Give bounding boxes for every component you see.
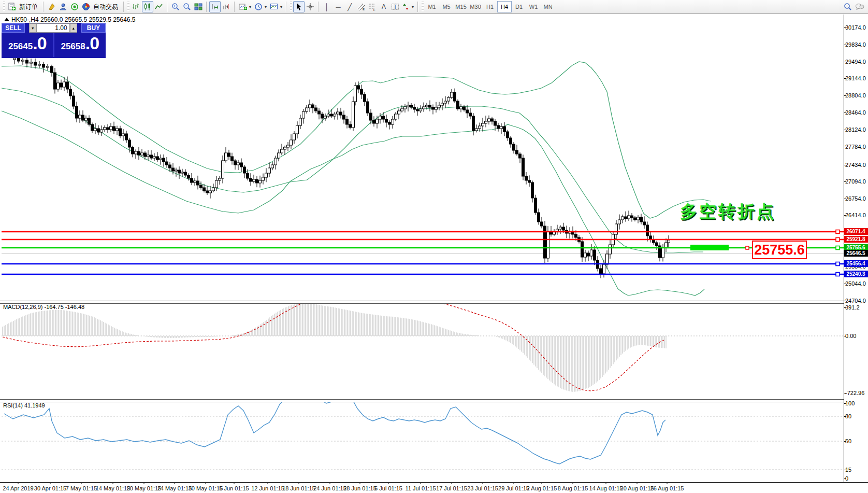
mt4-terminal: { "toolbar": { "new_order": "新订单", "auto… (0, 0, 868, 493)
price-line-label: 25646.5 (844, 250, 868, 257)
bar-chart-button[interactable] (131, 1, 142, 12)
new-order-button[interactable]: 新订单 (6, 1, 41, 12)
price-axis-label: 27434.0 (845, 162, 868, 168)
price-line-label: 26071.4 (844, 228, 868, 235)
price-axis-label: 26414.0 (845, 212, 868, 218)
timeframe-button-D1[interactable]: D1 (512, 1, 526, 12)
volume-increment-button[interactable]: ▲ (70, 23, 77, 33)
chart-collapse-icon[interactable] (4, 18, 9, 21)
toolbar-grip[interactable] (290, 2, 292, 12)
volume-decrement-button[interactable]: ▼ (29, 23, 36, 33)
templates-button[interactable]: ▾ (268, 1, 284, 12)
dropdown-caret-icon: ▾ (265, 5, 267, 9)
macd-axis-label: 0.00 (845, 333, 868, 339)
toolbar-grip[interactable] (3, 2, 5, 12)
auto-scroll-button[interactable] (209, 1, 221, 12)
search-button[interactable] (842, 1, 853, 12)
chart-annotation-text[interactable]: 多空转折点 (680, 200, 776, 223)
toolbar-grip[interactable] (422, 2, 424, 12)
time-axis-border (0, 482, 868, 483)
rsi-panel-separator[interactable] (0, 399, 844, 402)
channel-button[interactable]: E (355, 1, 367, 12)
toolbar-separator (43, 2, 44, 12)
arrows-button[interactable]: ▾ (401, 1, 415, 12)
chart-canvas[interactable] (0, 0, 868, 493)
fibonacci-button[interactable]: F (367, 1, 378, 12)
chart-shift-button[interactable] (221, 1, 232, 12)
line-chart-button[interactable] (153, 1, 165, 12)
candlestick-chart-icon (143, 3, 152, 11)
timeframe-button-M30[interactable]: M30 (468, 1, 483, 12)
zoom-out-icon (183, 3, 191, 11)
arrows-icon (402, 3, 410, 11)
candlestick-chart-button[interactable] (142, 1, 153, 12)
zoom-in-button[interactable] (170, 1, 181, 12)
tile-windows-button[interactable] (193, 1, 204, 12)
price-axis-label: 24704.0 (845, 298, 868, 304)
profiles-button[interactable] (57, 1, 69, 12)
chat-button[interactable] (853, 1, 866, 12)
ask-price-main: 25658 (61, 41, 85, 52)
time-axis-label: 28 Jun 01:15 (343, 485, 377, 491)
price-callout-box[interactable]: 25755.6 (752, 241, 807, 259)
dropdown-caret-icon: ▾ (249, 5, 251, 9)
bid-price-main: 25645 (8, 41, 33, 52)
price-axis-label: 28124.0 (845, 126, 868, 133)
search-icon (844, 3, 852, 11)
timeframe-button-W1[interactable]: W1 (526, 1, 541, 12)
autotrading-icon (82, 3, 90, 11)
svg-text:E: E (363, 8, 365, 11)
price-axis-label: 26754.0 (845, 195, 868, 202)
signals-button[interactable] (69, 1, 80, 12)
crosshair-button[interactable] (305, 1, 316, 12)
market-watch-icon (48, 3, 56, 11)
time-axis-label: 5 Jun 01:15 (219, 485, 249, 491)
macd-panel-separator[interactable] (0, 301, 844, 304)
one-click-trade-panel: SELL ▼ 1.00 ▲ BUY 25645 .0 25658 .0 (2, 23, 106, 58)
price-line-label: 25921.8 (844, 236, 868, 243)
toolbar-grip[interactable] (127, 2, 129, 12)
timeframe-button-H1[interactable]: H1 (483, 1, 497, 12)
periods-clock-icon (254, 3, 263, 11)
trendline-button[interactable]: ╱ (344, 1, 355, 12)
text-icon: A (382, 4, 386, 10)
time-axis-label: 23 Jul 01:15 (467, 485, 498, 491)
macd-plot (2, 291, 844, 392)
timeframe-button-M15[interactable]: M15 (454, 1, 468, 12)
price-axis-label: 28804.0 (845, 92, 868, 98)
timeframe-button-M1[interactable]: M1 (425, 1, 439, 12)
time-axis-label: 18 Jun 01:15 (282, 485, 315, 491)
autotrading-button[interactable]: 自动交易 (80, 1, 121, 12)
indicators-button[interactable]: ▾ (237, 1, 253, 12)
timeframe-button-M5[interactable]: M5 (439, 1, 454, 12)
signals-icon (70, 3, 79, 11)
vertical-line-button[interactable]: │ (321, 1, 332, 12)
chart-title: HK50-,H4 25660.0 25665.5 25529.5 25646.5 (11, 16, 136, 23)
time-axis-label: 30 Apr 01:15 (34, 485, 66, 491)
price-axis-label: 29144.0 (845, 75, 868, 81)
macd-indicator-label: MACD(12,26,9) -164.75 -146.48 (3, 304, 84, 310)
bid-price-frac: .0 (33, 33, 46, 53)
timeframe-button-H4[interactable]: H4 (497, 1, 512, 12)
rsi-axis-label: 50 (845, 438, 868, 444)
text-label-button[interactable]: T (389, 1, 401, 12)
time-axis-label: 30 May 01:15 (189, 485, 223, 491)
toolbar-separator (286, 2, 287, 12)
volume-input[interactable]: 1.00 (36, 23, 69, 33)
time-axis-label: 24 May 01:15 (157, 485, 192, 491)
periods-button[interactable]: ▾ (253, 1, 268, 12)
bid-price: 25645 .0 (2, 33, 53, 57)
timeframe-toolbar: M1M5M15M30H1H4D1W1MN (425, 1, 555, 13)
time-axis-label: 29 Jul 01:15 (498, 485, 529, 491)
cursor-button[interactable] (293, 1, 305, 12)
buy-button[interactable]: BUY (81, 23, 106, 33)
text-button[interactable]: A (378, 1, 389, 12)
horizontal-line-button[interactable]: ─ (332, 1, 344, 12)
top-toolbar: 新订单 自动交易 ▾ ▾ (0, 0, 868, 14)
market-watch-button[interactable] (46, 1, 57, 12)
timeframe-button-MN[interactable]: MN (541, 1, 555, 12)
time-axis-label: 26 Aug 01:15 (650, 485, 684, 491)
trendline-icon: ╱ (348, 4, 352, 10)
zoom-out-button[interactable] (181, 1, 193, 12)
sell-button[interactable]: SELL (2, 23, 25, 33)
